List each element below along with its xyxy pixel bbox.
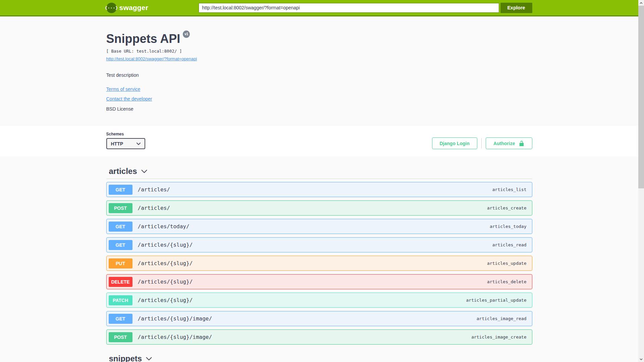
unlock-icon (519, 140, 525, 146)
operation-path: /articles/{slug}/ (138, 260, 193, 266)
operation-path: /articles/{slug}/ (138, 297, 193, 303)
operation-id: articles_today (490, 224, 527, 229)
explore-button[interactable]: Explore (500, 3, 532, 13)
method-badge: GET (109, 240, 132, 250)
method-badge: PATCH (109, 295, 132, 305)
operation-row[interactable]: PUT /articles/{slug}/ articles_update (106, 256, 532, 271)
operation-path: /articles/{slug}/ (138, 279, 193, 285)
tag-title: snippets (109, 353, 142, 362)
operation-row[interactable]: POST /articles/{slug}/image/ articles_im… (106, 329, 532, 345)
schemes-label: Schemes (106, 132, 145, 136)
chevron-down-icon (146, 357, 152, 361)
django-login-button[interactable]: Django Login (432, 137, 477, 149)
operation-id: articles_update (487, 261, 526, 266)
operation-row[interactable]: GET /articles/{slug}/image/ articles_ima… (106, 311, 532, 326)
operation-path: /articles/{slug}/image/ (138, 315, 212, 322)
api-title-text: Snippets API (106, 32, 180, 46)
operation-path: /articles/ (138, 205, 170, 211)
operation-id: articles_read (492, 242, 527, 247)
tag-section: articles GET /articles/ articles_list PO… (106, 166, 532, 345)
chevron-down-icon (141, 170, 147, 173)
topbar: {···} swagger Explore (0, 0, 638, 16)
schemes-group: Schemes HTTP (106, 132, 145, 149)
swagger-brand-link[interactable]: {···} swagger (106, 3, 149, 13)
tag-title: articles (109, 166, 137, 177)
method-badge: POST (109, 332, 132, 342)
spec-url-group: Explore (199, 3, 532, 13)
terms-of-service-link[interactable]: Terms of service (106, 86, 141, 92)
base-url: [ Base URL: test.local:8002/ ] (106, 49, 532, 54)
swagger-ui-page: {···} swagger Explore Snippets API v1 [ … (0, 0, 638, 362)
operation-row[interactable]: DELETE /articles/{slug}/ articles_delete (106, 274, 532, 289)
scrollbar-thumb[interactable] (638, 6, 644, 188)
operation-row[interactable]: PATCH /articles/{slug}/ articles_partial… (106, 293, 532, 308)
auth-wrapper: Django Login Authorize (432, 137, 532, 149)
operation-id: articles_delete (487, 279, 526, 284)
method-badge: GET (109, 222, 132, 232)
operation-row[interactable]: GET /articles/today/ articles_today (106, 219, 532, 234)
page-title: Snippets API v1 (106, 32, 532, 46)
version-badge: v1 (183, 31, 190, 38)
method-badge: POST (109, 203, 132, 213)
operations-area: articles GET /articles/ articles_list PO… (0, 157, 638, 362)
method-badge: GET (109, 185, 132, 195)
operation-id: articles_image_read (477, 316, 527, 321)
method-badge: PUT (109, 258, 132, 268)
button-divider (481, 138, 482, 148)
vertical-scrollbar[interactable] (638, 0, 644, 362)
brand-name: swagger (119, 4, 149, 12)
authorize-button[interactable]: Authorize (486, 137, 532, 149)
scheme-section: Schemes HTTP Django Login Authorize (0, 126, 638, 157)
chevron-down-icon (137, 142, 141, 145)
operation-id: articles_create (487, 205, 526, 210)
license-text: BSD License (106, 106, 532, 112)
operation-rows: GET /articles/ articles_list POST /artic… (106, 182, 532, 345)
operation-id: articles_partial_update (466, 298, 526, 303)
django-login-label: Django Login (440, 141, 470, 146)
api-info-section: Snippets API v1 [ Base URL: test.local:8… (0, 16, 638, 126)
tag-header-snippets[interactable]: snippets (106, 353, 532, 362)
tag-header-articles[interactable]: articles (106, 166, 532, 179)
operation-path: /articles/{slug}/image/ (138, 334, 212, 340)
scheme-select[interactable]: HTTP (106, 138, 145, 149)
scroll-up-icon[interactable] (638, 0, 644, 6)
api-description: Test description (106, 72, 532, 78)
operation-path: /articles/ (138, 186, 170, 193)
spec-url-input[interactable] (199, 3, 499, 13)
operation-id: articles_list (492, 187, 527, 192)
operation-row[interactable]: GET /articles/ articles_list (106, 182, 532, 197)
contact-developer-link[interactable]: Contact the developer (106, 96, 152, 102)
tag-section: snippets GET /snippets/ snippets_list (106, 353, 532, 362)
swagger-logo-icon: {···} (106, 3, 117, 13)
operation-path: /articles/today/ (138, 223, 190, 230)
spec-link[interactable]: http://test.local:8002/swagger/?format=o… (106, 56, 197, 61)
operation-row[interactable]: GET /articles/{slug}/ articles_read (106, 237, 532, 252)
method-badge: DELETE (109, 277, 132, 287)
authorize-label: Authorize (493, 141, 515, 146)
operation-row[interactable]: POST /articles/ articles_create (106, 200, 532, 216)
method-badge: GET (109, 314, 132, 324)
scheme-selected-value: HTTP (111, 141, 123, 146)
operation-path: /articles/{slug}/ (138, 242, 193, 248)
scroll-down-icon[interactable] (638, 356, 644, 362)
operation-id: articles_image_create (471, 335, 526, 340)
